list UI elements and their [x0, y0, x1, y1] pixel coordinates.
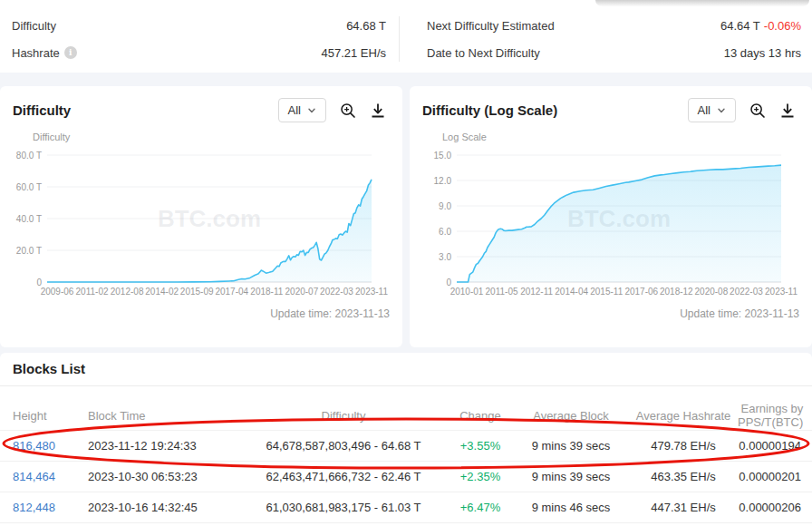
svg-text:3.0: 3.0 [439, 252, 451, 262]
difficulty-cell: 64,678,587,803,496 - 64.68 T [239, 439, 448, 453]
chevron-down-icon [307, 106, 316, 115]
change-cell: +6.47% [448, 501, 513, 514]
blocks-table-header: Height Block Time Difficulty Change Aver… [0, 386, 812, 431]
svg-text:2017-04: 2017-04 [215, 287, 248, 297]
svg-text:2012-11: 2012-11 [520, 287, 553, 297]
date-next-difficulty-value: 13 days 13 hrs [724, 46, 801, 60]
difficulty-stat-value: 64.68 T [346, 19, 386, 33]
log-chart-tools: All [688, 98, 796, 122]
col-header-difficulty: Difficulty [239, 394, 448, 423]
log-chart-header: Difficulty (Log Scale) All [410, 86, 812, 122]
table-row: 816,480 2023-11-12 19:24:33 64,678,587,8… [0, 431, 812, 462]
zoom-in-button[interactable] [749, 102, 766, 119]
blocks-list-card: Blocks List Height Block Time Difficulty… [0, 353, 812, 526]
difficulty-log-chart-card: Difficulty (Log Scale) All [410, 86, 812, 347]
svg-text:BTC.com: BTC.com [158, 205, 261, 232]
svg-text:6.0: 6.0 [439, 227, 451, 237]
difficulty-chart-title: Difficulty [13, 102, 71, 118]
block-time-cell: 2023-10-30 06:53:23 [87, 470, 239, 483]
svg-text:2020-08: 2020-08 [695, 287, 729, 297]
svg-text:20.0 T: 20.0 T [16, 246, 42, 256]
svg-text:2010-01: 2010-01 [450, 287, 484, 297]
svg-text:2018-12: 2018-12 [660, 287, 693, 297]
col-header-block-time: Block Time [87, 394, 239, 423]
change-cell: +3.55% [448, 439, 513, 453]
svg-text:2023-11: 2023-11 [355, 287, 388, 297]
zoom-in-icon [749, 102, 766, 119]
charts-row: Difficulty All [0, 86, 812, 347]
average-block-cell: 9 mins 39 secs [513, 439, 629, 453]
next-difficulty-delta: -0.06% [764, 19, 801, 33]
blocks-list-title: Blocks List [0, 353, 812, 386]
table-row: 812,448 2023-10-16 14:32:45 61,030,681,9… [0, 492, 812, 523]
svg-text:2012-08: 2012-08 [111, 287, 144, 297]
svg-text:0: 0 [36, 278, 42, 287]
col-header-average-hashrate: Average Hashrate [629, 394, 738, 423]
block-height-link[interactable]: 816,480 [13, 439, 55, 453]
earnings-cell: 0.00000206 [738, 501, 812, 514]
earnings-cell: 0.00000201 [738, 470, 812, 483]
log-update-time: Update time: 2023-11-13 [680, 307, 799, 320]
col-header-earnings: Earnings by PPS/T(BTC) [738, 387, 812, 429]
col-header-height: Height [0, 394, 87, 423]
block-time-cell: 2023-11-12 19:24:33 [87, 439, 239, 453]
download-icon [370, 102, 386, 119]
svg-text:2018-11: 2018-11 [250, 287, 283, 297]
hashrate-stat-label-text: Hashrate [12, 46, 60, 60]
svg-text:2015-11: 2015-11 [590, 287, 623, 297]
col-header-average-block: Average Block [513, 394, 629, 423]
svg-text:2015-09: 2015-09 [180, 287, 214, 297]
average-hashrate-cell: 447.31 EH/s [629, 501, 738, 514]
zoom-in-button[interactable] [340, 102, 356, 119]
block-height-link[interactable]: 814,464 [13, 470, 55, 483]
blocks-table: Height Block Time Difficulty Change Aver… [0, 386, 812, 523]
block-time-cell: 2023-10-16 14:32:45 [87, 501, 239, 514]
log-chart-title: Difficulty (Log Scale) [422, 102, 557, 118]
average-hashrate-cell: 463.35 EH/s [629, 470, 738, 483]
svg-text:60.0 T: 60.0 T [16, 182, 42, 192]
difficulty-update-time: Update time: 2023-11-13 [270, 307, 390, 320]
average-block-cell: 9 mins 46 secs [513, 501, 629, 514]
svg-text:Log Scale: Log Scale [442, 132, 487, 142]
zoom-in-icon [340, 102, 356, 119]
svg-text:2017-06: 2017-06 [624, 287, 658, 297]
hashrate-stat-label: Hashrate i [12, 46, 77, 60]
time-range-select[interactable]: All [688, 98, 736, 122]
col-header-change: Change [448, 394, 513, 423]
svg-text:2014-02: 2014-02 [145, 287, 179, 297]
difficulty-stat-label: Difficulty [12, 19, 56, 33]
stats-left-column: Difficulty 64.68 T Hashrate i 457.21 EH/… [0, 0, 399, 73]
svg-text:2022-03: 2022-03 [320, 287, 353, 297]
stats-panel: Difficulty 64.68 T Hashrate i 457.21 EH/… [0, 0, 812, 73]
earnings-cell: 0.00000194 [738, 439, 812, 453]
download-button[interactable] [370, 102, 386, 119]
time-range-select[interactable]: All [278, 98, 326, 122]
svg-text:9.0: 9.0 [439, 201, 451, 211]
svg-text:2011-02: 2011-02 [76, 287, 109, 297]
download-button[interactable] [779, 102, 796, 119]
svg-text:Difficulty: Difficulty [33, 132, 71, 142]
top-right-overlay [595, 0, 809, 6]
chevron-down-icon [717, 106, 726, 115]
difficulty-chart-tools: All [278, 98, 386, 122]
date-next-difficulty-stat-row: Date to Next Difficulty 13 days 13 hrs [427, 39, 801, 66]
svg-text:40.0 T: 40.0 T [16, 214, 42, 224]
svg-text:2014-04: 2014-04 [555, 287, 588, 297]
time-range-select-label: All [698, 103, 710, 117]
svg-text:2009-06: 2009-06 [41, 287, 74, 297]
svg-text:2011-05: 2011-05 [486, 287, 518, 297]
block-height-link[interactable]: 812,448 [13, 501, 55, 514]
time-range-select-label: All [288, 103, 301, 117]
hashrate-stat-value: 457.21 EH/s [321, 46, 386, 60]
average-hashrate-cell: 479.78 EH/s [629, 439, 738, 453]
difficulty-chart-card: Difficulty All [0, 86, 402, 347]
next-difficulty-value-text: 64.64 T [720, 19, 760, 33]
average-block-cell: 9 mins 39 secs [513, 470, 629, 483]
info-icon[interactable]: i [64, 46, 77, 59]
download-icon [779, 102, 796, 119]
hashrate-stat-row: Hashrate i 457.21 EH/s [12, 39, 386, 66]
table-row: 814,464 2023-10-30 06:53:23 62,463,471,6… [0, 462, 812, 492]
difficulty-stat-row: Difficulty 64.68 T [12, 12, 386, 39]
svg-text:15.0: 15.0 [434, 151, 452, 161]
date-next-difficulty-label: Date to Next Difficulty [427, 46, 540, 60]
